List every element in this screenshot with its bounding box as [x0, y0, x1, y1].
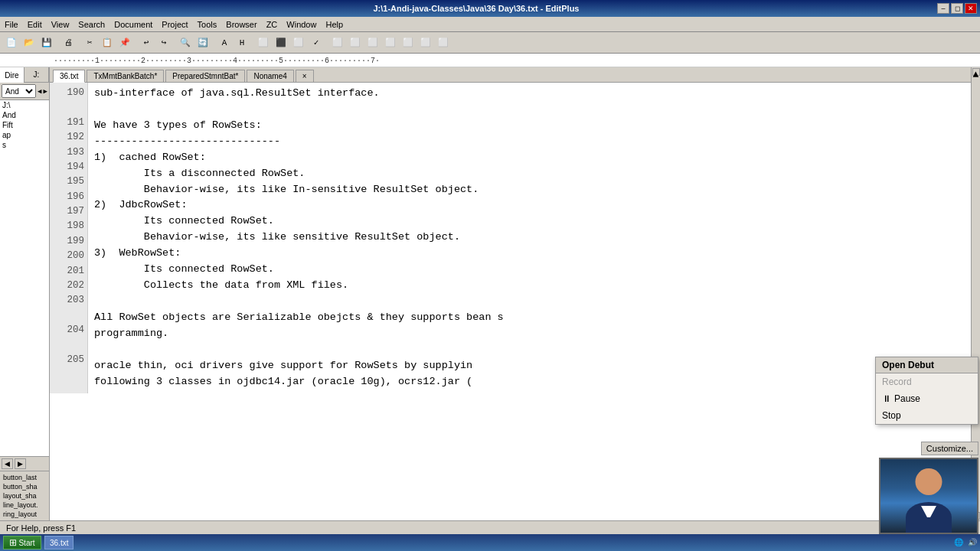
video-person — [880, 459, 977, 533]
titlebar-controls[interactable]: – ◻ ✕ — [937, 3, 977, 14]
sidebar-list: J:\ And Fift ap s — [0, 100, 49, 456]
start-icon: ⊞ — [9, 537, 17, 548]
sidebar-prev-btn[interactable]: ◀ — [2, 458, 13, 469]
minimize-button[interactable]: – — [937, 3, 949, 14]
editor-tab-3[interactable]: Noname4 — [247, 70, 293, 82]
menu-document[interactable]: Document — [109, 18, 157, 31]
menu-window[interactable]: Window — [282, 18, 321, 31]
person-collar — [921, 506, 936, 517]
menu-search[interactable]: Search — [74, 18, 109, 31]
menu-file[interactable]: File — [0, 18, 23, 31]
copy-button[interactable]: 📋 — [99, 34, 116, 51]
taskbar: ⊞ Start 36.txt 🌐 🔊 — [0, 534, 980, 551]
menubar: File Edit View Search Document Project T… — [0, 17, 980, 32]
editor-tab-1[interactable]: TxMmtBankBatch* — [87, 70, 164, 82]
toolbar-btn-9[interactable]: ⬜ — [364, 34, 381, 51]
sidebar-func-item-3[interactable]: line_layout. — [2, 500, 47, 510]
sidebar-func-item-2[interactable]: layout_sha — [2, 491, 47, 500]
menu-help[interactable]: Help — [321, 18, 348, 31]
menu-zc[interactable]: ZC — [262, 18, 283, 31]
restore-button[interactable]: ◻ — [951, 3, 963, 14]
sidebar-items-list: button_last button_sha layout_sha line_l… — [0, 471, 49, 520]
menu-edit[interactable]: Edit — [23, 18, 47, 31]
popup-header: Open Debut — [876, 357, 978, 373]
toolbar-btn-13[interactable]: ⬜ — [435, 34, 452, 51]
sidebar-func-item-4[interactable]: ring_layout — [2, 510, 47, 519]
toolbar-btn-1[interactable]: A — [216, 34, 233, 51]
sidebar-next-btn[interactable]: ▶ — [15, 458, 26, 469]
code-text[interactable]: sub-interface of java.sql.ResultSet inte… — [88, 83, 971, 393]
sidebar-item-0[interactable]: J:\ — [0, 100, 49, 110]
sidebar: Dire J: And ◀ ▶ J:\ And Fift ap s ◀ ▶ bu… — [0, 67, 50, 520]
editor-tab-2[interactable]: PreparedStmntBat* — [165, 70, 245, 82]
sidebar-nav-next[interactable]: ▶ — [43, 87, 47, 96]
sidebar-tab-j[interactable]: J: — [24, 67, 49, 83]
find-button[interactable]: 🔍 — [177, 34, 194, 51]
start-button[interactable]: ⊞ Start — [3, 536, 41, 549]
ruler: ·········1·········2·········3·········4… — [0, 54, 980, 67]
toolbar-btn-4[interactable]: ⬛ — [273, 34, 289, 51]
print-button[interactable]: 🖨 — [60, 34, 77, 51]
sidebar-footer: ◀ ▶ — [0, 456, 49, 471]
paste-button[interactable]: 📌 — [116, 34, 133, 51]
record-label: Record — [882, 377, 912, 387]
editor-tab-0[interactable]: 36.txt — [53, 70, 85, 83]
close-button[interactable]: ✕ — [965, 3, 977, 14]
sidebar-func-item-1[interactable]: button_sha — [2, 482, 47, 491]
sidebar-tabs: Dire J: — [0, 67, 49, 83]
pause-icon: ⏸ — [882, 393, 891, 404]
editor-tab-close[interactable]: × — [296, 70, 314, 82]
toolbar-btn-8[interactable]: ⬜ — [347, 34, 364, 51]
sidebar-tab-dire[interactable]: Dire — [0, 67, 24, 83]
toolbar-btn-6[interactable]: ✓ — [308, 34, 325, 51]
popup-stop[interactable]: Stop — [876, 407, 978, 424]
scroll-up-btn[interactable]: ▲ — [972, 68, 980, 76]
video-thumbnail — [879, 458, 978, 534]
toolbar: 📄 📂 💾 🖨 ✂ 📋 📌 ↩ ↪ 🔍 🔄 A H ⬜ ⬛ ⬜ ✓ ⬜ ⬜ ⬜ … — [0, 32, 980, 54]
menu-view[interactable]: View — [47, 18, 74, 31]
toolbar-btn-10[interactable]: ⬜ — [382, 34, 399, 51]
editor-area: 36.txt TxMmtBankBatch* PreparedStmntBat*… — [50, 67, 971, 520]
toolbar-btn-5[interactable]: ⬜ — [290, 34, 307, 51]
menu-project[interactable]: Project — [157, 18, 192, 31]
undo-button[interactable]: ↩ — [138, 34, 155, 51]
sidebar-item-2[interactable]: Fift — [0, 120, 49, 130]
sidebar-dropdown[interactable]: And — [2, 84, 36, 98]
ruler-content: ·········1·········2·········3·········4… — [54, 56, 380, 64]
toolbar-btn-11[interactable]: ⬜ — [400, 34, 416, 51]
titlebar-title: J:\1-Andi-java-Classes\Java\36 Day\36.tx… — [15, 4, 937, 13]
tray-icons: 🌐 🔊 — [954, 538, 977, 547]
editor-tabs: 36.txt TxMmtBankBatch* PreparedStmntBat*… — [50, 67, 971, 83]
redo-button[interactable]: ↪ — [155, 34, 172, 51]
customize-button[interactable]: Customize... — [921, 442, 978, 455]
toolbar-btn-7[interactable]: ⬜ — [329, 34, 346, 51]
popup-menu: Open Debut Record ⏸ Pause Stop — [875, 357, 978, 425]
open-button[interactable]: 📂 — [21, 34, 38, 51]
cut-button[interactable]: ✂ — [81, 34, 98, 51]
code-view[interactable]: 190 191 192 193 194 195 196 197 198 199 … — [50, 83, 971, 520]
toolbar-btn-3[interactable]: ⬜ — [255, 34, 272, 51]
sidebar-item-1[interactable]: And — [0, 110, 49, 120]
menu-browser[interactable]: Browser — [221, 18, 261, 31]
new-button[interactable]: 📄 — [3, 34, 20, 51]
toolbar-btn-12[interactable]: ⬜ — [417, 34, 434, 51]
person-body — [906, 502, 952, 533]
line-numbers: 190 191 192 193 194 195 196 197 198 199 … — [50, 83, 88, 393]
sidebar-item-3[interactable]: ap — [0, 130, 49, 140]
replace-button[interactable]: 🔄 — [194, 34, 211, 51]
popup-record: Record — [876, 373, 978, 390]
menu-tools[interactable]: Tools — [193, 18, 222, 31]
taskbar-editplus[interactable]: 36.txt — [44, 536, 74, 549]
sidebar-item-4[interactable]: s — [0, 140, 49, 150]
sidebar-nav-prev[interactable]: ◀ — [38, 87, 41, 96]
system-tray: 🌐 🔊 — [954, 538, 977, 547]
toolbar-btn-2[interactable]: H — [234, 34, 250, 51]
stop-label: Stop — [882, 410, 901, 421]
person-head — [916, 468, 942, 495]
statusbar: For Help, press F1 In 198 col 34 293 — [0, 520, 980, 534]
sidebar-func-item-0[interactable]: button_last — [2, 473, 47, 482]
sidebar-selector: And ◀ ▶ — [0, 83, 49, 100]
code-content: 190 191 192 193 194 195 196 197 198 199 … — [50, 83, 971, 393]
popup-pause[interactable]: ⏸ Pause — [876, 390, 978, 407]
save-button[interactable]: 💾 — [38, 34, 55, 51]
